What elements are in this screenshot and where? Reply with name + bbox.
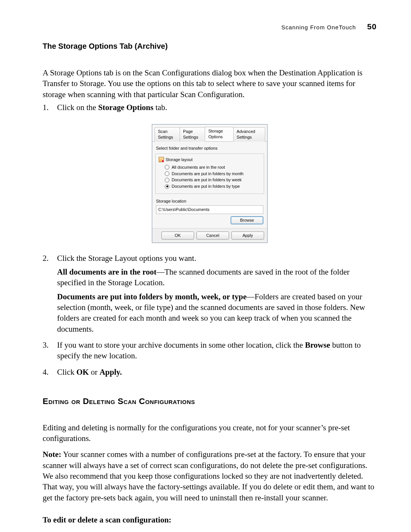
sec2-note: Note: Your scanner comes with a number o… [43, 449, 377, 503]
running-header: Scanning From OneTouch 50 [281, 21, 377, 32]
t: Browse [305, 340, 330, 350]
radio-week[interactable]: Documents are put in folders by week [159, 177, 261, 183]
running-title: Scanning From OneTouch [281, 24, 356, 30]
step-number: 3. [43, 340, 50, 364]
radio-root[interactable]: All documents are in the root [159, 164, 261, 171]
dialog-body: Select folder and transfer options Stora… [152, 142, 267, 228]
page: Scanning From OneTouch 50 The Storage Op… [0, 0, 411, 532]
step-1-text: Click on the Storage Options tab. [57, 102, 377, 113]
step-2-sub2: Documents are put into folders by month,… [57, 291, 377, 334]
t: Your scanner comes with a number of conf… [43, 450, 374, 502]
sec2-subhead: To edit or delete a scan configuration: [43, 514, 377, 525]
t: All documents are in the root [57, 267, 156, 276]
ok-button[interactable]: OK [161, 232, 194, 240]
t: Click [57, 367, 76, 377]
scan-config-dialog: Scan Settings Page Settings Storage Opti… [152, 124, 268, 243]
radio-icon [165, 184, 169, 189]
intro-paragraph: A Storage Options tab is on the Scan Con… [43, 67, 377, 100]
t: or [89, 367, 99, 377]
dialog-footer: OK Cancel Apply [152, 228, 267, 243]
t: Note: [43, 450, 61, 459]
t: Apply. [99, 367, 122, 377]
cancel-button[interactable]: Cancel [196, 232, 229, 240]
step-number: 1. [43, 102, 50, 116]
t: Click on the [57, 103, 98, 112]
tab-page-settings[interactable]: Page Settings [180, 127, 205, 142]
step-3-text: If you want to store your archive docume… [57, 340, 377, 361]
step-2-text: Click the Storage Layout options you wan… [57, 253, 377, 264]
dialog-screenshot: Scan Settings Page Settings Storage Opti… [43, 124, 377, 243]
browse-button[interactable]: Browse [231, 216, 263, 224]
step-3: 3. If you want to store your archive doc… [43, 340, 377, 364]
storage-location-path[interactable]: C:\Users\Public\Documents [156, 205, 263, 214]
step-number: 2. [43, 253, 50, 337]
steps-list-2: 2. Click the Storage Layout options you … [43, 253, 377, 380]
group-label: Select folder and transfer options [156, 145, 263, 151]
radio-label: All documents are in the root [172, 165, 225, 170]
browse-row: Browse [155, 216, 263, 224]
storage-layout-fieldset: Storage layout All documents are in the … [155, 153, 264, 194]
radio-label: Documents are put in folders by month [172, 171, 244, 177]
radio-icon [165, 178, 169, 182]
radio-icon [165, 171, 169, 176]
radio-icon [165, 165, 169, 169]
t: OK [76, 367, 89, 377]
sec2-p1: Editing and deleting is normally for the… [43, 422, 377, 444]
step-number: 4. [43, 367, 50, 380]
apply-button[interactable]: Apply [231, 232, 264, 240]
step-4: 4. Click OK or Apply. [43, 367, 377, 380]
tabstrip: Scan Settings Page Settings Storage Opti… [152, 125, 267, 142]
step-2: 2. Click the Storage Layout options you … [43, 253, 377, 337]
radio-label: Documents are put in folders by type [172, 184, 240, 189]
t: Documents are put into folders by month,… [57, 292, 247, 301]
storage-location-label: Storage location [156, 198, 263, 204]
t: Storage Options [98, 103, 153, 112]
step-1: 1. Click on the Storage Options tab. [43, 102, 377, 116]
radio-type[interactable]: Documents are put in folders by type [159, 183, 261, 190]
t: tab. [153, 103, 167, 112]
storage-icon [159, 157, 164, 162]
tab-advanced-settings[interactable]: Advanced Settings [233, 127, 265, 142]
tab-scan-settings[interactable]: Scan Settings [155, 127, 180, 142]
radio-label: Documents are put in folders by week [172, 177, 242, 183]
content: The Storage Options Tab (Archive) A Stor… [0, 0, 411, 532]
h-storage-options-tab: The Storage Options Tab (Archive) [43, 41, 377, 51]
legend-text: Storage layout [166, 157, 193, 163]
radio-month[interactable]: Documents are put in folders by month [159, 171, 261, 177]
tab-storage-options[interactable]: Storage Options [205, 127, 233, 141]
page-number: 50 [367, 22, 377, 31]
fieldset-legend: Storage layout [159, 157, 261, 163]
steps-list-1: 1. Click on the Storage Options tab. [43, 102, 377, 116]
step-2-sub1: All documents are in the root—The scanne… [57, 267, 377, 288]
step-4-text: Click OK or Apply. [57, 367, 377, 377]
h-editing-deleting: Editing or Deleting Scan Configurations [43, 396, 377, 407]
t: If you want to store your archive docume… [57, 340, 305, 350]
